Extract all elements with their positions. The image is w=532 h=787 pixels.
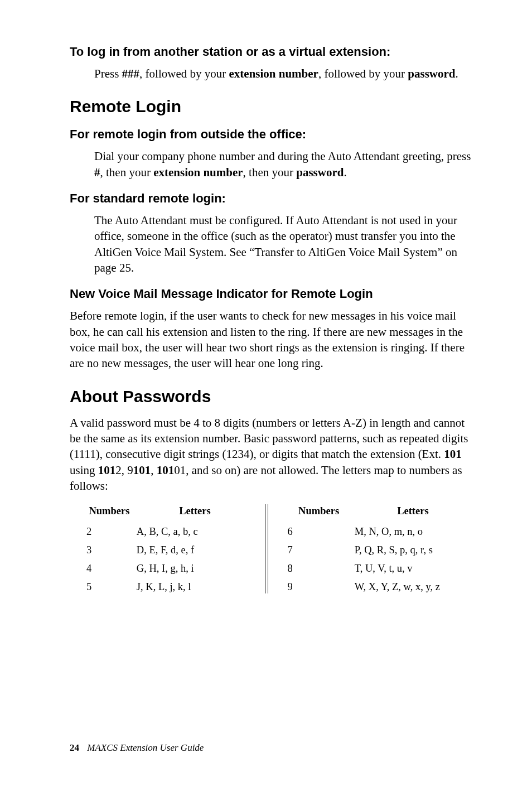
text-fragment: 2, 9 [115, 463, 133, 477]
page-content: To log in from another station or as a v… [0, 0, 532, 596]
cell-let-right: M, N, O, m, n, o [352, 523, 473, 541]
text-fragment: , followed by your [139, 67, 229, 80]
para-about-passwords: A valid password must be 4 to 8 digits (… [70, 415, 473, 494]
para-remote-login-outside: Dial your company phone number and durin… [94, 148, 473, 180]
text-fragment: , followed by your [318, 67, 408, 80]
text-bold: password [296, 166, 344, 179]
text-fragment: , [151, 463, 157, 477]
th-letters-left: Letters [134, 502, 255, 523]
text-fragment: , then your [100, 166, 154, 179]
text-bold: 101 [133, 463, 151, 477]
text-bold: 101 [444, 447, 462, 461]
th-letters-right: Letters [352, 502, 473, 523]
text-bold: password [408, 67, 455, 80]
cell-num-left: 2 [70, 523, 134, 541]
para-login-another-station: Press ###, followed by your extension nu… [94, 66, 473, 81]
table-header-row: Numbers Letters Numbers Letters [70, 502, 473, 523]
cell-num-right: 9 [279, 578, 352, 596]
cell-num-right: 6 [279, 523, 352, 541]
table-divider [255, 502, 279, 596]
cell-let-right: T, U, V, t, u, v [352, 559, 473, 578]
heading-login-another-station: To log in from another station or as a v… [70, 45, 473, 59]
cell-let-left: A, B, C, a, b, c [134, 523, 255, 541]
page-footer: 24 MAXCS Extension User Guide [70, 742, 204, 754]
heading-about-passwords: About Passwords [70, 387, 473, 406]
text-fragment: , then your [243, 166, 297, 179]
cell-let-right: P, Q, R, S, p, q, r, s [352, 541, 473, 559]
text-fragment: Press [94, 67, 122, 80]
text-bold: extension number [153, 166, 243, 179]
text-bold: # [94, 166, 100, 179]
heading-voicemail-indicator: New Voice Mail Message Indicator for Rem… [70, 287, 473, 301]
heading-remote-login: Remote Login [70, 97, 473, 116]
cell-num-right: 8 [279, 559, 352, 578]
text-bold: ### [122, 67, 140, 80]
cell-num-right: 7 [279, 541, 352, 559]
cell-num-left: 5 [70, 578, 134, 596]
page-number: 24 [70, 742, 79, 753]
numbers-letters-table: Numbers Letters Numbers Letters 2 A, B, … [70, 502, 473, 596]
text-fragment: . [456, 67, 458, 80]
footer-title: MAXCS Extension User Guide [87, 742, 204, 753]
heading-standard-remote-login: For standard remote login: [70, 191, 473, 206]
text-fragment: A valid password must be 4 to 8 digits (… [70, 416, 468, 461]
text-fragment: . [344, 166, 346, 179]
cell-let-left: J, K, L, j, k, l [134, 578, 255, 596]
cell-let-right: W, X, Y, Z, w, x, y, z [352, 578, 473, 596]
heading-remote-login-outside: For remote login from outside the office… [70, 127, 473, 142]
text-fragment: using [70, 463, 98, 477]
para-voicemail-indicator: Before remote login, if the user wants t… [70, 308, 473, 371]
para-standard-remote-login: The Auto Attendant must be configured. I… [94, 213, 473, 276]
cell-let-left: D, E, F, d, e, f [134, 541, 255, 559]
cell-num-left: 3 [70, 541, 134, 559]
text-bold: 101 [157, 463, 175, 477]
th-numbers-left: Numbers [70, 502, 134, 523]
text-bold: 101 [98, 463, 116, 477]
vertical-divider-icon [265, 504, 270, 593]
th-numbers-right: Numbers [279, 502, 352, 523]
cell-num-left: 4 [70, 559, 134, 578]
text-bold: extension number [229, 67, 318, 80]
cell-let-left: G, H, I, g, h, i [134, 559, 255, 578]
text-fragment: Dial your company phone number and durin… [94, 149, 471, 163]
